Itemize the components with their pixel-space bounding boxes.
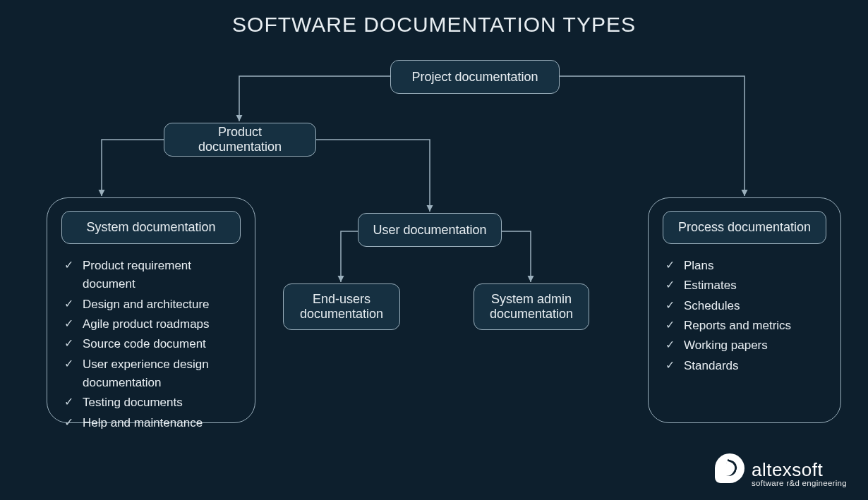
list-item: Standards	[665, 357, 826, 375]
process-items-list: Plans Estimates Schedules Reports and me…	[663, 257, 826, 375]
list-item: Plans	[665, 257, 826, 275]
node-user-documentation: User documentation	[358, 213, 502, 247]
list-item: Testing documents	[64, 394, 241, 412]
node-product-documentation: Product documentation	[164, 123, 316, 157]
list-item: Product requirement document	[64, 257, 241, 294]
list-item: Help and maintenance	[64, 414, 241, 432]
list-item: Schedules	[665, 297, 826, 315]
list-item: Agile product roadmaps	[64, 315, 241, 334]
node-system-admin-documentation: System admin documentation	[474, 283, 589, 330]
list-item: Working papers	[665, 336, 826, 355]
node-end-users-documentation: End-users documentation	[283, 283, 400, 330]
panel-process-documentation: Process documentation Plans Estimates Sc…	[648, 197, 841, 423]
logo-tagline-text: software r&d engineering	[752, 479, 847, 487]
logo-brand-text: altexsoft	[752, 461, 847, 479]
diagram-title: SOFTWARE DOCUMENTATION TYPES	[0, 0, 868, 37]
altexsoft-logo-icon	[715, 453, 745, 483]
list-item: User experience design documentation	[64, 355, 241, 393]
list-item: Reports and metrics	[665, 317, 826, 335]
list-item: Source code document	[64, 335, 241, 353]
system-items-list: Product requirement document Design and …	[61, 257, 241, 432]
panel-title-system: System documentation	[61, 211, 241, 244]
list-item: Design and architecture	[64, 295, 241, 314]
node-project-documentation: Project documentation	[390, 60, 560, 94]
panel-title-process: Process documentation	[663, 211, 826, 244]
list-item: Estimates	[665, 276, 826, 295]
panel-system-documentation: System documentation Product requirement…	[47, 197, 255, 423]
altexsoft-logo: altexsoft software r&d engineering	[715, 453, 847, 487]
